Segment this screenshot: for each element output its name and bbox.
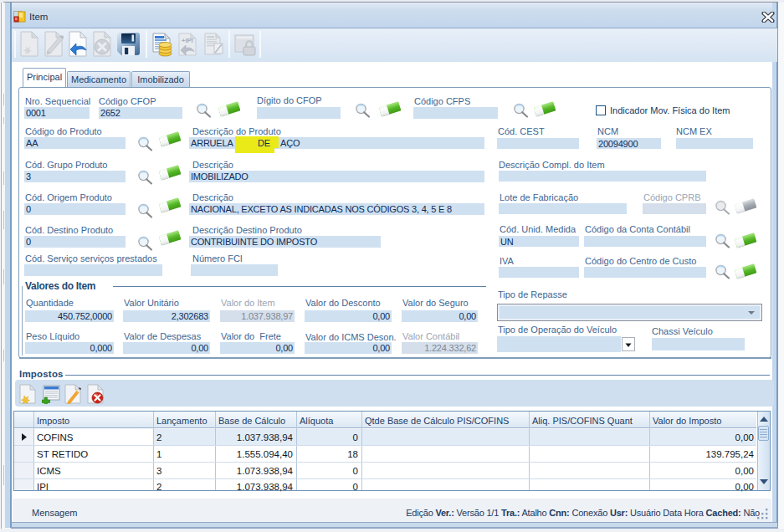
svg-text:+IPI: +IPI <box>182 37 193 44</box>
